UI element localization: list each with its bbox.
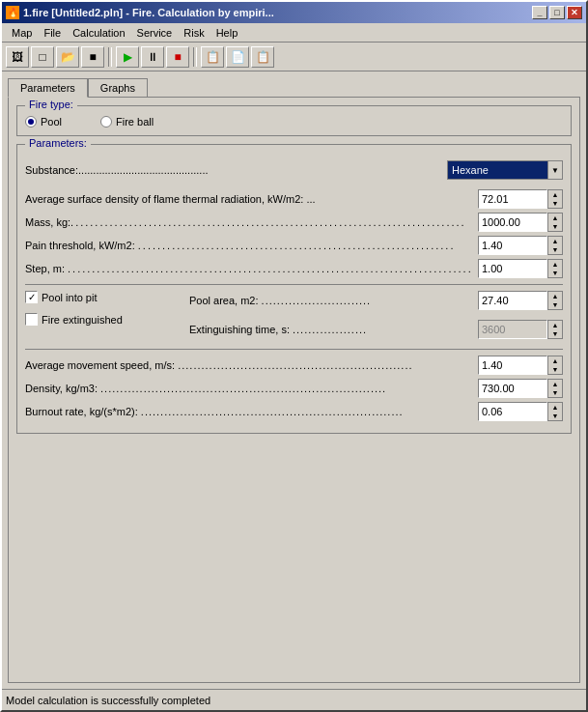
toolbar-paste-btn[interactable]: 📄 [226, 46, 249, 68]
spin-down-density[interactable]: ▼ [548, 388, 562, 397]
spin-down[interactable]: ▼ [548, 199, 562, 208]
spin-down-speed[interactable]: ▼ [548, 365, 562, 374]
maximize-button[interactable]: □ [549, 6, 565, 19]
param-radiation-input[interactable] [478, 189, 547, 209]
params-group: Parameters: Substance: .................… [16, 144, 572, 434]
param-pain-input[interactable] [478, 236, 547, 255]
toolbar-sep-1 [108, 47, 112, 67]
spin-up[interactable]: ▲ [548, 190, 562, 199]
right-params-col: Pool area, m2: .........................… [189, 291, 563, 343]
param-ext-time-input[interactable] [478, 320, 547, 339]
status-bar: Model calculation is successfully comple… [2, 689, 586, 710]
separator-1 [25, 284, 563, 285]
param-burnout-spin[interactable]: ▲ ▼ [547, 402, 563, 421]
spin-down-step[interactable]: ▼ [548, 269, 562, 277]
param-pool-area-label: Pool area, m2: .........................… [189, 295, 478, 306]
spin-up-ext[interactable]: ▲ [548, 321, 562, 329]
menu-file[interactable]: File [38, 25, 67, 41]
checkbox-pool-label: Pool into pit [42, 292, 97, 303]
content-area: Parameters Graphs Fire type: Pool Fire b… [2, 71, 586, 689]
tab-content: Fire type: Pool Fire ball Parameters: [8, 97, 580, 683]
param-row-pain: Pain threshold, kW/m2: .................… [25, 236, 563, 255]
checkbox-fire-extinguished[interactable] [25, 313, 38, 326]
param-density-label: Density, kg/m3: ........................… [25, 383, 478, 394]
param-density-input[interactable] [478, 379, 547, 398]
spin-down-pool[interactable]: ▼ [548, 300, 562, 309]
app-icon: 🔥 [6, 6, 19, 19]
toolbar-pause-btn[interactable]: ⏸ [141, 46, 164, 68]
param-ext-time-label: Extinguishing time, s: .................… [189, 324, 478, 335]
param-mass-spin[interactable]: ▲ ▼ [547, 213, 563, 232]
menu-help[interactable]: Help [210, 25, 244, 41]
toolbar: 🖼 □ 📂 ■ ▶ ⏸ ■ 📋 📄 📋 [2, 43, 586, 71]
close-button[interactable]: ✕ [567, 6, 582, 19]
param-mass-input[interactable] [478, 213, 547, 232]
param-speed-input[interactable] [478, 356, 547, 375]
param-row-pool-area: Pool area, m2: .........................… [189, 291, 563, 310]
param-pain-input-group: ▲ ▼ [478, 236, 563, 255]
spin-up-density[interactable]: ▲ [548, 380, 562, 388]
title-bar: 🔥 1.fire [Untitled2.pln] - Fire. Calcula… [2, 2, 586, 23]
substance-value[interactable]: Hexane [447, 160, 547, 180]
checkbox-pool-col: ✓ Pool into pit [25, 291, 180, 303]
toolbar-open-btn[interactable]: 📂 [56, 46, 79, 68]
toolbar-copy-btn[interactable]: 📋 [201, 46, 224, 68]
spin-up-speed[interactable]: ▲ [548, 356, 562, 365]
toolbar-image-btn[interactable]: 🖼 [6, 46, 29, 68]
menu-calculation[interactable]: Calculation [67, 25, 130, 41]
spin-up-burnout[interactable]: ▲ [548, 403, 562, 412]
radio-pool[interactable]: Pool [25, 116, 62, 128]
radio-fireball-label: Fire ball [116, 116, 154, 128]
spin-down-pain[interactable]: ▼ [548, 245, 562, 254]
menu-map[interactable]: Map [6, 25, 38, 41]
checkbox-pool-row: ✓ Pool into pit [25, 291, 180, 303]
toolbar-new-btn[interactable]: □ [31, 46, 54, 68]
param-pain-spin[interactable]: ▲ ▼ [547, 236, 563, 255]
substance-dropdown-arrow[interactable]: ▼ [547, 160, 563, 180]
toolbar-props-btn[interactable]: 📋 [251, 46, 274, 68]
param-density-spin[interactable]: ▲ ▼ [547, 379, 563, 398]
param-radiation-label: Average surface density of flame thermal… [25, 193, 478, 205]
fire-type-row: Pool Fire ball [25, 110, 563, 128]
radio-fireball[interactable]: Fire ball [100, 116, 154, 128]
window-title: 1.fire [Untitled2.pln] - Fire. Calculati… [23, 7, 274, 18]
spin-up-pool[interactable]: ▲ [548, 292, 562, 300]
param-step-label: Step, m: ...............................… [25, 263, 478, 274]
menu-service[interactable]: Service [131, 25, 179, 41]
param-radiation-input-group: ▲ ▼ [478, 189, 563, 209]
param-speed-label: Average movement speed, m/s: ...........… [25, 359, 478, 371]
substance-combo[interactable]: Hexane ▼ [447, 160, 563, 180]
toolbar-run-btn[interactable]: ▶ [116, 46, 139, 68]
param-step-input-group: ▲ ▼ [478, 259, 563, 278]
main-window: 🔥 1.fire [Untitled2.pln] - Fire. Calcula… [0, 0, 588, 712]
checkbox-fire-col: Fire extinguished [25, 313, 180, 326]
param-burnout-input[interactable] [478, 402, 547, 421]
spin-down-ext[interactable]: ▼ [548, 329, 562, 338]
toolbar-stop-btn[interactable]: ■ [166, 46, 189, 68]
spin-up-step[interactable]: ▲ [548, 260, 562, 269]
param-row-step: Step, m: ...............................… [25, 259, 563, 278]
spin-down-burnout[interactable]: ▼ [548, 412, 562, 420]
param-row-radiation: Average surface density of flame thermal… [25, 189, 563, 209]
substance-label: Substance: [25, 164, 78, 176]
param-radiation-spin[interactable]: ▲ ▼ [547, 189, 563, 209]
spin-down-mass[interactable]: ▼ [548, 222, 562, 231]
param-pain-label: Pain threshold, kW/m2: .................… [25, 240, 478, 251]
checkbox-pool-pit[interactable]: ✓ [25, 291, 38, 303]
param-step-spin[interactable]: ▲ ▼ [547, 259, 563, 278]
tab-parameters[interactable]: Parameters [8, 78, 88, 98]
param-burnout-label: Burnout rate, kg/(s*m2): ...............… [25, 406, 478, 417]
spin-up-mass[interactable]: ▲ [548, 214, 562, 222]
spin-up-pain[interactable]: ▲ [548, 237, 562, 245]
substance-row: Substance: .............................… [25, 160, 563, 180]
param-ext-time-spin[interactable]: ▲ ▼ [547, 320, 563, 339]
toolbar-save-btn[interactable]: ■ [81, 46, 104, 68]
param-speed-input-group: ▲ ▼ [478, 356, 563, 375]
minimize-button[interactable]: _ [532, 6, 547, 19]
param-pool-area-spin[interactable]: ▲ ▼ [547, 291, 563, 310]
param-pool-area-input[interactable] [478, 291, 547, 310]
param-step-input[interactable] [478, 259, 547, 278]
tab-graphs[interactable]: Graphs [88, 78, 148, 98]
param-speed-spin[interactable]: ▲ ▼ [547, 356, 563, 375]
menu-risk[interactable]: Risk [178, 25, 210, 41]
